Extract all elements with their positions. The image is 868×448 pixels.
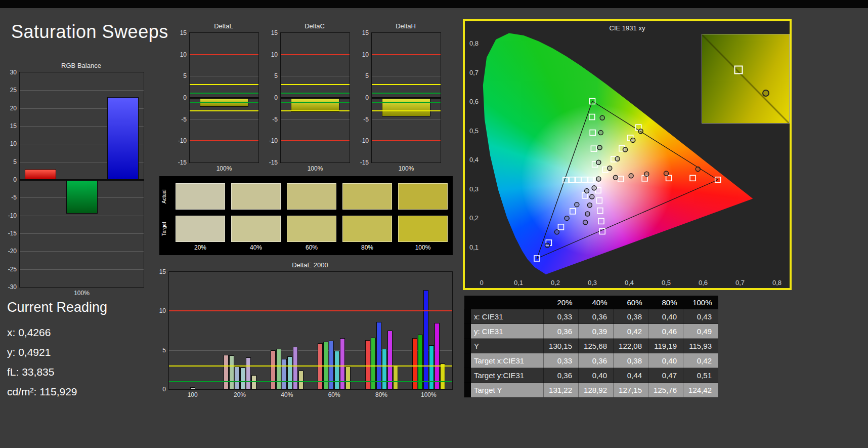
gridline — [20, 90, 144, 91]
measured-marker — [600, 115, 604, 120]
y-tick-label: 0,6 — [469, 98, 479, 105]
deltae-bar — [246, 357, 251, 389]
rgb-balance-chart[interactable]: RGB Balance -30-25-20-15-10-505101520253… — [0, 60, 158, 302]
swatch-comparison-panel[interactable]: ActualTarget20%40%60%80%100% — [159, 176, 453, 255]
reading-y: y: 0,4921 — [7, 346, 107, 358]
guide-line — [372, 93, 441, 94]
table-col-header: 60% — [614, 296, 648, 309]
table-value: 0,44 — [614, 368, 648, 383]
y-tick-label: 5 — [354, 72, 369, 80]
delta-e-plot: 05101510020%40%60%80%100% — [168, 271, 453, 390]
y-tick-label: 10 — [2, 140, 17, 148]
cie-diagram-panel[interactable]: 00,10,20,30,40,50,60,70,80,10,20,30,40,5… — [463, 19, 792, 290]
rgb-balance-title: RGB Balance — [19, 62, 143, 69]
inset-target-marker — [734, 66, 743, 74]
table-corner-cell — [464, 296, 544, 309]
measured-marker — [623, 147, 627, 152]
guide-line — [281, 140, 350, 141]
deltae-bar — [224, 355, 229, 389]
table-header-row: 20%40%60%80%100% — [464, 296, 718, 309]
y-tick-label: 0 — [2, 176, 17, 184]
swatch-col-label: 20% — [176, 244, 225, 251]
y-tick-label: 0 — [263, 94, 278, 102]
delta-l-title: DeltaL — [189, 22, 258, 30]
y-tick-label: 25 — [2, 86, 17, 94]
target-marker — [588, 177, 594, 183]
y-tick-label: -10 — [171, 137, 187, 145]
y-tick-label: -15 — [354, 158, 369, 167]
table-value: 124,42 — [683, 383, 718, 397]
reading-cdm: cd/m²: 115,929 — [7, 386, 107, 398]
y-tick-label: 0 — [171, 94, 187, 102]
table-value: 0,46 — [648, 324, 683, 339]
delta-l-chart[interactable]: DeltaL -15-10-5051015100% — [172, 21, 266, 176]
deltae-bar — [229, 355, 234, 389]
group-label: 100 — [178, 391, 208, 398]
guide-line — [281, 110, 350, 111]
x-tick-label: 0,7 — [735, 279, 745, 287]
y-tick-label: -5 — [354, 115, 369, 124]
x-tick-label: 0,6 — [699, 279, 708, 287]
table-value: 0,38 — [614, 309, 648, 324]
swatch-col-label: 100% — [398, 244, 448, 251]
y-tick-label: -10 — [263, 137, 278, 145]
delta-c-title: DeltaC — [280, 22, 349, 30]
zero-axis-line — [281, 97, 350, 99]
table-value: 0,36 — [544, 368, 579, 383]
measured-marker — [598, 131, 603, 135]
cie-zoom-inset — [702, 34, 790, 124]
swatch-row-label: Target — [161, 216, 168, 242]
rgb-balance-plot: -30-25-20-15-10-5051015202530100% — [19, 72, 144, 288]
measured-marker — [592, 186, 596, 190]
y-tick-label: 0,4 — [469, 156, 479, 164]
current-reading-panel: Current Reading x: 0,4266y: 0,4921fL: 33… — [7, 300, 107, 405]
deltae-bar — [376, 322, 381, 389]
table-value: 0,40 — [648, 353, 683, 368]
y-tick-label: 15 — [354, 29, 369, 37]
table-value: 0,51 — [683, 368, 718, 383]
swatch-actual-100% — [398, 183, 448, 210]
gridline — [281, 76, 350, 76]
delta-c-plot: -15-10-5051015100% — [280, 32, 350, 163]
y-tick-label: -5 — [2, 193, 17, 201]
y-tick-label: 10 — [151, 307, 166, 315]
delta-e-title: DeltaE 2000 — [168, 261, 452, 269]
row-label: Target Y — [471, 383, 544, 397]
reading-fL: fL: 33,835 — [7, 366, 107, 378]
row-label: x: CIE31 — [471, 309, 544, 324]
table-col-header: 100% — [683, 296, 718, 309]
table-value: 0,47 — [648, 368, 683, 383]
table-row: Target Y131,22128,92127,15125,76124,42 — [464, 383, 718, 397]
measured-marker — [607, 166, 612, 171]
delta-h-chart[interactable]: DeltaH -15-10-5051015100% — [354, 21, 448, 176]
y-tick-label: 15 — [263, 29, 278, 37]
delta-e-chart[interactable]: DeltaE 2000 05101510020%40%60%80%100% — [159, 258, 459, 400]
gridline — [20, 233, 144, 234]
swatch-col-label: 60% — [287, 244, 336, 251]
y-tick-label: 0,7 — [469, 69, 479, 76]
x-tick-label: 0 — [480, 279, 483, 287]
row-indicator-cell — [464, 324, 471, 339]
measured-marker — [629, 174, 633, 178]
deltae-bar — [393, 366, 398, 389]
delta-c-chart[interactable]: DeltaC -15-10-5051015100% — [263, 21, 357, 176]
y-tick-label: -15 — [171, 158, 187, 167]
current-reading-title: Current Reading — [7, 300, 107, 315]
deltae-bar — [293, 347, 298, 389]
measured-marker — [638, 129, 643, 134]
row-label: Target y:CIE31 — [471, 368, 544, 383]
table-row: Y130,15125,68122,08119,19115,93 — [464, 339, 718, 353]
deltae-bar — [287, 356, 292, 389]
table-col-header: 20% — [544, 296, 579, 309]
measured-marker — [615, 156, 620, 161]
guide-line — [372, 84, 441, 85]
row-indicator-cell — [464, 368, 471, 383]
measurement-table[interactable]: 20%40%60%80%100%x: CIE310,330,360,380,40… — [464, 296, 718, 397]
y-tick-label: 10 — [354, 51, 369, 59]
target-marker — [558, 224, 563, 230]
table-row: Target y:CIE310,360,400,440,470,51 — [464, 368, 718, 383]
measured-marker — [585, 212, 590, 216]
y-tick-label: -15 — [263, 158, 278, 167]
cie-title: CIE 1931 xy — [465, 24, 790, 32]
guide-line — [372, 102, 441, 103]
